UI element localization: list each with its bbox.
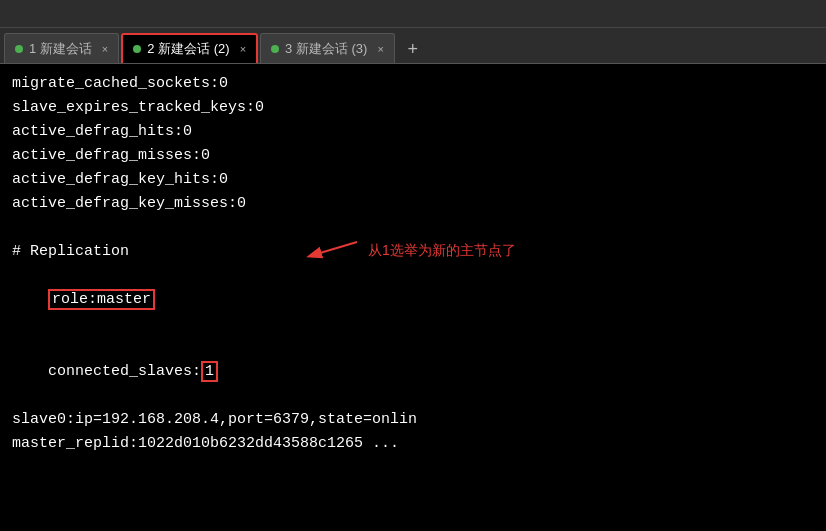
terminal-line-role: role:master <box>12 264 814 336</box>
terminal-line-slaves: connected_slaves:1 <box>12 336 814 408</box>
terminal-line-comment: # Replication <box>12 240 129 264</box>
terminal-line-5: active_defrag_key_misses:0 <box>12 192 814 216</box>
tab-label-1: 1 新建会话 <box>29 40 92 58</box>
terminal-line-0: migrate_cached_sockets:0 <box>12 72 814 96</box>
tab-label-2: 2 新建会话 (2) <box>147 40 229 58</box>
connected-slaves-value: 1 <box>201 361 218 382</box>
tab-dot-3 <box>271 45 279 53</box>
terminal: migrate_cached_sockets:0 slave_expires_t… <box>0 64 826 531</box>
tab-close-3[interactable]: × <box>377 43 383 55</box>
terminal-line-1: slave_expires_tracked_keys:0 <box>12 96 814 120</box>
tab-2[interactable]: 2 新建会话 (2) × <box>121 33 258 63</box>
tab-close-1[interactable]: × <box>102 43 108 55</box>
role-master-highlight: role:master <box>48 289 155 310</box>
svg-line-1 <box>310 242 357 256</box>
tab-label-3: 3 新建会话 (3) <box>285 40 367 58</box>
terminal-line-2: active_defrag_hits:0 <box>12 120 814 144</box>
tab-3[interactable]: 3 新建会话 (3) × <box>260 33 395 63</box>
tab-dot-1 <box>15 45 23 53</box>
tab-dot-2 <box>133 45 141 53</box>
terminal-line-slave0: slave0:ip=192.168.208.4,port=6379,state=… <box>12 408 814 432</box>
add-tab-button[interactable]: + <box>399 35 427 63</box>
annotation-container: 从1选举为新的主节点了 <box>302 236 516 264</box>
tab-close-2[interactable]: × <box>240 43 246 55</box>
terminal-line-4: active_defrag_key_hits:0 <box>12 168 814 192</box>
tab-1[interactable]: 1 新建会话 × <box>4 33 119 63</box>
terminal-line-replid: master_replid:1022d010b6232dd43588c1265 … <box>12 432 814 456</box>
terminal-line-3: active_defrag_misses:0 <box>12 144 814 168</box>
replication-line-row: # Replication 从1选举为新的主节点了 <box>12 240 814 264</box>
tab-bar: 1 新建会话 × 2 新建会话 (2) × 3 新建会话 (3) × + <box>0 28 826 64</box>
annotation-arrow-svg <box>302 236 362 264</box>
connected-slaves-label: connected_slaves: <box>48 363 201 380</box>
title-bar <box>0 0 826 28</box>
annotation-text: 从1选举为新的主节点了 <box>368 239 516 261</box>
